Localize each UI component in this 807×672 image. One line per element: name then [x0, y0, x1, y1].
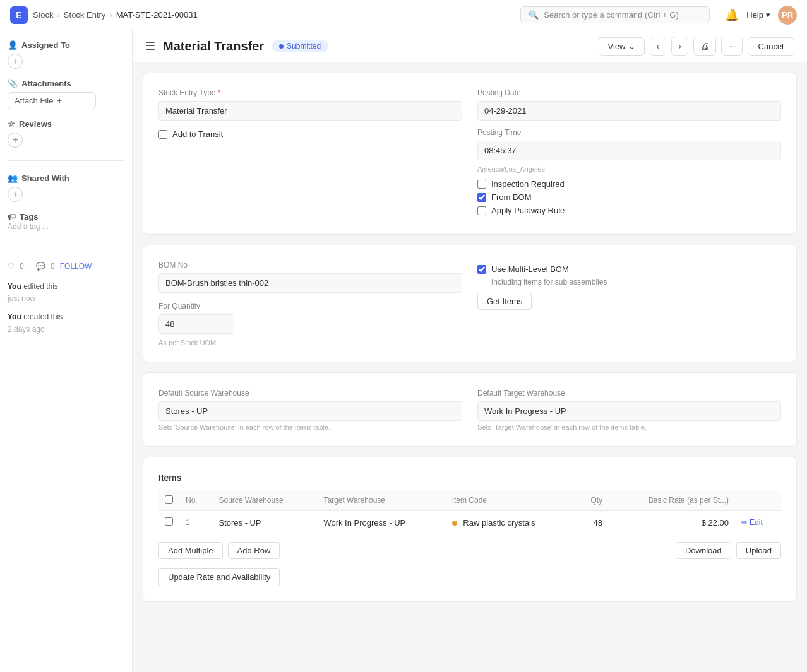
header-source-warehouse: Source Warehouse — [212, 490, 317, 511]
inspection-required-checkbox[interactable] — [477, 180, 486, 189]
breadcrumb-stock-entry[interactable]: Stock Entry — [64, 10, 105, 20]
activity-2-action: created this — [23, 312, 63, 321]
sidebar: 👤 Assigned To + 📎 Attachments Attach Fil… — [0, 30, 133, 672]
comments-icon: 💬 — [36, 262, 45, 271]
bom-left: BOM No BOM-Brush bristles thin-002 For Q… — [158, 261, 462, 346]
reviews-section: ☆ Reviews + — [8, 119, 124, 148]
from-bom-checkbox[interactable] — [477, 193, 486, 202]
header-no: No. — [179, 490, 212, 511]
more-button[interactable]: ··· — [721, 37, 743, 56]
notification-button[interactable]: 🔔 — [725, 8, 739, 22]
target-warehouse-group: Default Target Warehouse Work In Progres… — [477, 388, 781, 431]
target-warehouse-value: Work In Progress - UP — [477, 401, 781, 421]
row-basic-rate: $ 22.00 — [609, 511, 735, 534]
chevron-down-icon: ▾ — [766, 10, 770, 20]
main-layout: 👤 Assigned To + 📎 Attachments Attach Fil… — [0, 30, 807, 672]
including-text: Including items for sub assemblies — [491, 278, 781, 286]
cancel-button[interactable]: Cancel — [748, 37, 794, 56]
stock-entry-form-row: Stock Entry Type * Material Transfer Add… — [158, 88, 781, 219]
sidebar-divider-1 — [8, 160, 124, 161]
paperclip-icon: 📎 — [8, 79, 18, 88]
inspection-required-row: Inspection Required — [477, 179, 781, 189]
inspection-required-label: Inspection Required — [491, 179, 565, 189]
upload-button[interactable]: Upload — [736, 542, 781, 559]
row-qty: 48 — [576, 511, 609, 534]
target-warehouse-hint: Sets 'Target Warehouse' in each row of t… — [477, 423, 781, 431]
search-icon: 🔍 — [529, 10, 539, 20]
next-button[interactable]: › — [671, 37, 688, 56]
row-checkbox[interactable] — [165, 517, 173, 526]
header-item-code: Item Code — [446, 490, 576, 511]
people-icon: 👥 — [8, 174, 18, 183]
download-button[interactable]: Download — [676, 542, 731, 559]
activity-1-time: just now — [8, 294, 35, 303]
app-logo[interactable]: E — [10, 6, 28, 24]
view-button[interactable]: View ⌄ — [599, 37, 645, 56]
posting-time-value: 08:45:37 — [477, 141, 781, 160]
add-review-button[interactable]: + — [8, 133, 23, 148]
source-warehouse-hint: Sets 'Source Warehouse' in each row of t… — [158, 423, 462, 431]
stock-entry-type-value: Material Transfer — [158, 101, 462, 121]
shared-with-title: 👥 Shared With — [8, 174, 124, 183]
header-target-warehouse: Target Warehouse — [317, 490, 445, 511]
items-actions: Add Multiple Add Row Download Upload — [158, 542, 781, 559]
avatar[interactable]: PR — [778, 6, 797, 25]
page-header: ☰ Material Transfer Submitted View ⌄ ‹ ›… — [133, 30, 807, 62]
activity-item-2: You created this 2 days ago — [8, 311, 124, 335]
prev-button[interactable]: ‹ — [650, 37, 667, 56]
timezone-hint: America/Los_Angeles — [477, 165, 781, 173]
add-tag-placeholder[interactable]: Add a tag ... — [8, 222, 49, 231]
add-to-transit-row: Add to Transit — [158, 129, 462, 139]
required-star: * — [218, 88, 221, 97]
attach-file-button[interactable]: Attach File + — [8, 92, 96, 109]
breadcrumb-current: MAT-STE-2021-00031 — [116, 10, 198, 20]
assigned-to-title: 👤 Assigned To — [8, 40, 124, 50]
update-rate-button[interactable]: Update Rate and Availability — [158, 568, 280, 586]
activity-1-user: You — [8, 282, 21, 291]
for-quantity-label: For Quantity — [158, 302, 462, 310]
attach-label: Attach File — [15, 96, 53, 105]
status-dot — [279, 44, 284, 49]
activity-item-1: You edited this just now — [8, 281, 124, 305]
use-multi-level-checkbox[interactable] — [477, 265, 486, 274]
hamburger-button[interactable]: ☰ — [145, 39, 155, 53]
row-edit-col: ✏ Edit — [735, 511, 781, 534]
add-row-button[interactable]: Add Row — [228, 542, 280, 559]
stock-entry-card: Stock Entry Type * Material Transfer Add… — [143, 73, 797, 235]
add-to-transit-label: Add to Transit — [172, 129, 223, 139]
help-button[interactable]: Help ▾ — [746, 10, 770, 20]
source-warehouse-group: Default Source Warehouse Stores - UP Set… — [158, 388, 462, 431]
row-target-warehouse: Work In Progress - UP — [317, 511, 445, 534]
header-actions: View ⌄ ‹ › 🖨 ··· Cancel — [599, 37, 794, 56]
apply-putaway-row: Apply Putaway Rule — [477, 206, 781, 215]
edit-link[interactable]: ✏ Edit — [741, 518, 775, 527]
bom-no-group: BOM No BOM-Brush bristles thin-002 — [158, 261, 462, 293]
row-checkbox-col — [158, 511, 179, 534]
items-table-header: No. Source Warehouse Target Warehouse It… — [158, 490, 781, 511]
apply-putaway-checkbox[interactable] — [477, 206, 486, 215]
search-bar[interactable]: 🔍 Search or type a command (Ctrl + G) — [520, 6, 710, 23]
print-button[interactable]: 🖨 — [693, 37, 716, 56]
reviews-title: ☆ Reviews — [8, 119, 124, 129]
topnav-right: 🔔 Help ▾ PR — [725, 6, 797, 25]
search-placeholder: Search or type a command (Ctrl + G) — [544, 10, 679, 20]
add-to-transit-checkbox[interactable] — [158, 130, 167, 139]
bom-grid: BOM No BOM-Brush bristles thin-002 For Q… — [158, 261, 781, 346]
get-items-button[interactable]: Get Items — [477, 293, 532, 310]
add-assigned-to-button[interactable]: + — [8, 54, 23, 69]
add-icon: + — [57, 96, 62, 105]
items-card: Items No. Source Warehouse Target Wareho… — [143, 457, 797, 602]
likes-count: 0 — [20, 262, 24, 271]
header-actions-col — [735, 490, 781, 511]
from-bom-row: From BOM — [477, 192, 781, 202]
add-multiple-button[interactable]: Add Multiple — [158, 542, 223, 559]
view-label: View — [608, 42, 626, 51]
add-shared-with-button[interactable]: + — [8, 187, 23, 202]
edit-label: Edit — [750, 518, 763, 527]
select-all-checkbox[interactable] — [165, 495, 173, 504]
item-name: Raw plastic crystals — [463, 518, 535, 528]
help-label: Help — [746, 10, 763, 20]
follow-button[interactable]: FOLLOW — [60, 262, 92, 271]
breadcrumb-stock[interactable]: Stock — [33, 10, 54, 20]
as-per-stock-uom: As per Stock UOM — [158, 339, 462, 346]
